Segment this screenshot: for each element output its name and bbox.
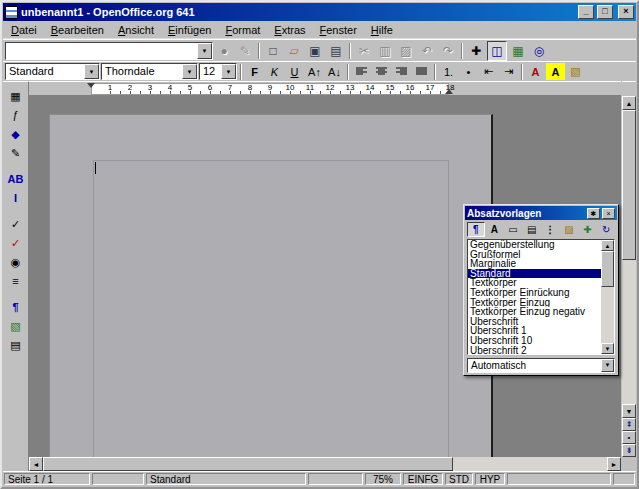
new-doc-icon[interactable]: □ <box>263 41 283 61</box>
autotext-icon[interactable]: AB <box>6 170 26 188</box>
status-page-style[interactable]: Standard <box>146 473 306 485</box>
copy-icon[interactable]: ▥ <box>375 41 395 61</box>
status-page[interactable]: Seite 1 / 1 <box>4 473 90 485</box>
status-selection-mode[interactable]: STD <box>445 473 473 485</box>
list-item[interactable]: Marginalie <box>468 259 601 269</box>
menu-einfuegen[interactable]: Einfügen <box>161 23 218 37</box>
menu-fenster[interactable]: Fenster <box>313 23 364 37</box>
insert-fields-icon[interactable]: ƒ <box>6 106 26 124</box>
update-style-icon[interactable]: ↻ <box>597 222 615 237</box>
new-style-icon[interactable]: ✚ <box>579 222 597 237</box>
chevron-down-icon[interactable]: ▼ <box>197 43 212 59</box>
list-item-selected[interactable]: Standard <box>468 269 601 279</box>
style-list[interactable]: Gegenüberstellung Grußformel Marginalie … <box>467 239 615 355</box>
list-scroll-track[interactable] <box>601 251 614 343</box>
draw-functions-icon[interactable]: ✎ <box>6 144 26 162</box>
fill-format-icon[interactable]: ▨ <box>560 222 578 237</box>
left-indent-marker[interactable] <box>87 83 95 88</box>
font-name-value[interactable]: Thorndale <box>102 64 182 79</box>
scroll-down-icon[interactable]: ▼ <box>601 343 614 354</box>
insert-objects-icon[interactable]: ◆ <box>6 125 26 143</box>
font-name-combobox[interactable]: Thorndale ▼ <box>101 63 198 80</box>
maximize-button[interactable]: □ <box>597 5 613 19</box>
horizontal-scroll-thumb[interactable] <box>43 457 453 471</box>
list-item[interactable]: Grußformel <box>468 250 601 260</box>
bullets-icon[interactable]: • <box>459 63 478 80</box>
stylist-window[interactable]: Absatzvorlagen ✱ × ¶ A ▭ ▤ ⋮ ▨ ✚ ↻ Gegen… <box>463 204 619 376</box>
list-item[interactable]: Gegenüberstellung <box>468 240 601 250</box>
redo-icon[interactable]: ↷ <box>438 41 458 61</box>
print-icon[interactable]: ▤ <box>326 41 346 61</box>
load-url-combobox[interactable]: ▼ <box>5 42 213 60</box>
scroll-down-icon[interactable]: ▼ <box>622 404 636 418</box>
stylist-icon[interactable]: ◫ <box>487 41 507 61</box>
underline-button[interactable]: U <box>285 63 304 80</box>
cut-icon[interactable]: ✂ <box>354 41 374 61</box>
menu-hilfe[interactable]: Hilfe <box>364 23 400 37</box>
style-filter-combobox[interactable]: Automatisch ▼ <box>467 358 615 373</box>
list-scrollbar[interactable]: ▲ ▼ <box>601 240 614 354</box>
data-sources-icon[interactable]: ≡ <box>6 272 26 290</box>
paste-icon[interactable]: ▨ <box>396 41 416 61</box>
undo-icon[interactable]: ↶ <box>417 41 437 61</box>
graphics-onoff-icon[interactable]: ▧ <box>6 317 26 335</box>
paragraph-styles-icon[interactable]: ¶ <box>467 222 485 237</box>
status-zoom[interactable]: 75% <box>365 473 401 485</box>
font-size-value[interactable]: 12 <box>200 64 221 79</box>
frame-styles-icon[interactable]: ▭ <box>504 222 522 237</box>
align-justify-icon[interactable] <box>412 63 431 80</box>
minimize-button[interactable]: _ <box>578 5 594 19</box>
highlight-icon[interactable]: A <box>546 63 565 80</box>
shrink-font-icon[interactable]: A↓ <box>325 63 344 80</box>
load-url-value[interactable] <box>6 43 197 59</box>
horizontal-ruler[interactable]: 1 2 3 4 5 6 7 8 9 10 11 12 13 14 15 16 1… <box>29 81 621 96</box>
decrease-indent-icon[interactable]: ⇤ <box>479 63 498 80</box>
autospellcheck-icon[interactable]: ✓ <box>6 234 26 252</box>
previous-page-icon[interactable]: ⇞ <box>622 418 636 431</box>
chevron-down-icon[interactable]: ▼ <box>182 64 197 79</box>
status-insert-mode[interactable]: EINFG <box>403 473 443 485</box>
scroll-left-icon[interactable]: ◄ <box>29 457 43 471</box>
close-button[interactable]: × <box>618 5 634 19</box>
italic-button[interactable]: K <box>265 63 284 80</box>
scroll-up-icon[interactable]: ▲ <box>601 240 614 251</box>
gallery-icon[interactable]: ▦ <box>508 41 528 61</box>
increase-indent-icon[interactable]: ⇥ <box>499 63 518 80</box>
insert-icon[interactable]: ▦ <box>6 87 26 105</box>
list-scroll-thumb[interactable] <box>601 251 614 287</box>
paragraph-style-value[interactable]: Standard <box>6 64 84 79</box>
font-size-combobox[interactable]: 12 ▼ <box>199 63 237 80</box>
vertical-scrollbar[interactable]: ▲ ▼ ⇞ • ⇟ <box>622 81 636 457</box>
stop-icon[interactable]: ● <box>214 41 234 61</box>
menu-datei[interactable]: Datei <box>4 23 44 37</box>
character-styles-icon[interactable]: A <box>486 222 504 237</box>
chevron-down-icon[interactable]: ▼ <box>601 359 614 372</box>
chevron-down-icon[interactable]: ▼ <box>84 64 99 79</box>
paragraph-style-combobox[interactable]: Standard ▼ <box>5 63 100 80</box>
align-left-icon[interactable] <box>352 63 371 80</box>
document-page[interactable] <box>49 114 493 457</box>
list-item[interactable]: Überschrift <box>468 317 601 327</box>
next-page-icon[interactable]: ⇟ <box>622 444 636 457</box>
horizontal-scrollbar[interactable]: ◄ ► <box>29 457 621 471</box>
edit-file-icon[interactable]: ✎ <box>235 41 255 61</box>
numbering-icon[interactable]: 1. <box>439 63 458 80</box>
chevron-down-icon[interactable]: ▼ <box>221 64 236 79</box>
nonprinting-chars-icon[interactable]: ¶ <box>6 298 26 316</box>
pin-icon[interactable]: ✱ <box>587 208 600 219</box>
list-item[interactable]: Textkörper Einzug <box>468 298 601 308</box>
navigator-icon[interactable]: ✚ <box>466 41 486 61</box>
align-right-icon[interactable] <box>392 63 411 80</box>
menu-extras[interactable]: Extras <box>267 23 312 37</box>
page-styles-icon[interactable]: ▤ <box>523 222 541 237</box>
list-item[interactable]: Textkörper <box>468 278 601 288</box>
close-icon[interactable]: × <box>602 208 615 219</box>
grow-font-icon[interactable]: A↑ <box>305 63 324 80</box>
vertical-scroll-thumb[interactable] <box>622 110 636 260</box>
background-color-icon[interactable]: ▧ <box>566 63 585 80</box>
open-icon[interactable]: ▱ <box>284 41 304 61</box>
right-indent-marker[interactable] <box>445 89 453 94</box>
titlebar[interactable]: unbenannt1 - OpenOffice.org 641 _ □ × <box>3 3 636 21</box>
bold-button[interactable]: F <box>245 63 264 80</box>
stylist-titlebar[interactable]: Absatzvorlagen ✱ × <box>465 206 617 220</box>
